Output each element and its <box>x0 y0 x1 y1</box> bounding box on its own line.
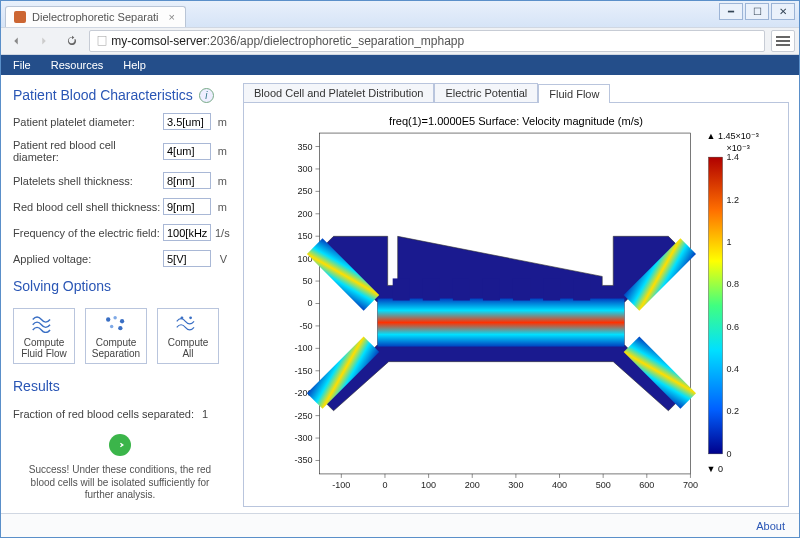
field-rbc-diameter-input[interactable] <box>163 143 211 160</box>
waves-dots-icon <box>175 313 201 333</box>
compute-all-label: Compute All <box>168 337 209 359</box>
svg-text:200: 200 <box>297 209 312 219</box>
field-rbc-diameter-label: Patient red blood cell diameter: <box>13 139 163 163</box>
colorbar-max: ▲ 1.45×10⁻³ <box>706 131 758 141</box>
about-link[interactable]: About <box>756 520 785 532</box>
browser-titlebar: Dielectrophoretic Separati × ━ ☐ ✕ <box>1 1 799 27</box>
svg-text:1.4: 1.4 <box>727 152 740 162</box>
compute-fluid-flow-button[interactable]: Compute Fluid Flow <box>13 308 75 364</box>
field-platelet-shell-label: Platelets shell thickness: <box>13 175 163 187</box>
field-unit: m <box>211 116 227 128</box>
compute-fluid-flow-label: Compute Fluid Flow <box>21 337 67 359</box>
success-icon <box>109 434 131 456</box>
maximize-button[interactable]: ☐ <box>745 3 769 20</box>
svg-rect-65 <box>453 278 470 300</box>
tab-fluid-flow[interactable]: Fluid Flow <box>538 84 610 103</box>
window-controls: ━ ☐ ✕ <box>719 3 795 20</box>
success-text: Success! Under these conditions, the red… <box>19 464 221 502</box>
plot-panel: freq(1)=1.0000E5 Surface: Velocity magni… <box>243 103 789 507</box>
svg-text:50: 50 <box>302 276 312 286</box>
svg-text:-250: -250 <box>294 411 312 421</box>
tab-close-icon[interactable]: × <box>169 12 179 22</box>
svg-text:200: 200 <box>465 480 480 490</box>
svg-text:400: 400 <box>552 480 567 490</box>
colorbar-min: ▼ 0 <box>706 464 722 474</box>
menu-help[interactable]: Help <box>113 57 156 73</box>
svg-text:0.8: 0.8 <box>727 279 740 289</box>
svg-text:0.4: 0.4 <box>727 364 740 374</box>
compute-separation-label: Compute Separation <box>92 337 140 359</box>
section-solving-options: Solving Options <box>13 278 227 294</box>
svg-text:-150: -150 <box>294 366 312 376</box>
sidebar: Patient Blood Characteristics i Patient … <box>1 75 239 513</box>
result-label: Fraction of red blood cells separated: <box>13 408 194 420</box>
svg-text:350: 350 <box>297 142 312 152</box>
field-voltage-input[interactable] <box>163 250 211 267</box>
page-icon <box>96 35 108 47</box>
forward-button[interactable] <box>33 30 55 52</box>
svg-text:0: 0 <box>727 449 732 459</box>
svg-rect-0 <box>98 37 106 46</box>
svg-point-7 <box>189 316 192 319</box>
svg-text:1: 1 <box>727 237 732 247</box>
tab-title: Dielectrophoretic Separati <box>32 11 159 23</box>
tab-blood-cell-distribution[interactable]: Blood Cell and Platelet Distribution <box>243 83 434 102</box>
svg-text:150: 150 <box>297 231 312 241</box>
svg-text:300: 300 <box>508 480 523 490</box>
url-field[interactable]: my-comsol-server:2036/app/dielectrophore… <box>89 30 765 52</box>
browser-menu-button[interactable] <box>771 30 795 52</box>
svg-text:0: 0 <box>307 299 312 309</box>
back-button[interactable] <box>5 30 27 52</box>
favicon-icon <box>14 11 26 23</box>
svg-rect-68 <box>543 278 560 300</box>
svg-text:0: 0 <box>382 480 387 490</box>
menu-resources[interactable]: Resources <box>41 57 114 73</box>
close-button[interactable]: ✕ <box>771 3 795 20</box>
svg-text:100: 100 <box>421 480 436 490</box>
svg-point-3 <box>120 319 124 323</box>
svg-text:0.2: 0.2 <box>727 406 740 416</box>
field-platelet-shell-input[interactable] <box>163 172 211 189</box>
footer: About <box>1 513 799 537</box>
field-unit: m <box>211 145 227 157</box>
info-icon[interactable]: i <box>199 88 214 103</box>
section-results: Results <box>13 378 227 394</box>
field-unit: m <box>211 201 227 213</box>
menu-file[interactable]: File <box>3 57 41 73</box>
svg-point-6 <box>181 316 184 319</box>
tab-electric-potential[interactable]: Electric Potential <box>434 83 538 102</box>
field-rbc-shell-label: Red blood cell shell thickness: <box>13 201 163 213</box>
result-value: 1 <box>202 408 208 420</box>
field-unit: V <box>211 253 227 265</box>
svg-text:250: 250 <box>297 186 312 196</box>
app-menubar: File Resources Help <box>1 55 799 75</box>
browser-tab[interactable]: Dielectrophoretic Separati × <box>5 6 186 27</box>
svg-point-4 <box>110 325 113 328</box>
field-rbc-shell-input[interactable] <box>163 198 211 215</box>
svg-point-5 <box>118 326 122 330</box>
svg-rect-66 <box>483 278 500 300</box>
velocity-plot: freq(1)=1.0000E5 Surface: Velocity magni… <box>252 111 780 502</box>
svg-text:-100: -100 <box>294 343 312 353</box>
compute-all-button[interactable]: Compute All <box>157 308 219 364</box>
reload-button[interactable] <box>61 30 83 52</box>
plot-title: freq(1)=1.0000E5 Surface: Velocity magni… <box>389 115 643 127</box>
svg-point-1 <box>106 317 110 321</box>
svg-text:-50: -50 <box>299 321 312 331</box>
browser-address-bar: my-comsol-server:2036/app/dielectrophore… <box>1 27 799 55</box>
svg-text:500: 500 <box>596 480 611 490</box>
url-rest: :2036/app/dielectrophoretic_separation_m… <box>207 34 465 48</box>
svg-rect-69 <box>573 278 590 300</box>
field-unit: 1/s <box>211 227 227 239</box>
svg-point-2 <box>113 316 116 319</box>
svg-rect-63 <box>393 278 410 300</box>
minimize-button[interactable]: ━ <box>719 3 743 20</box>
svg-rect-67 <box>513 278 530 300</box>
field-platelet-diameter-input[interactable] <box>163 113 211 130</box>
plot-tabstrip: Blood Cell and Platelet Distribution Ele… <box>243 81 789 103</box>
field-frequency-input[interactable] <box>163 224 211 241</box>
waves-icon <box>31 313 57 333</box>
field-platelet-diameter-label: Patient platelet diameter: <box>13 116 163 128</box>
svg-text:-300: -300 <box>294 433 312 443</box>
compute-separation-button[interactable]: Compute Separation <box>85 308 147 364</box>
